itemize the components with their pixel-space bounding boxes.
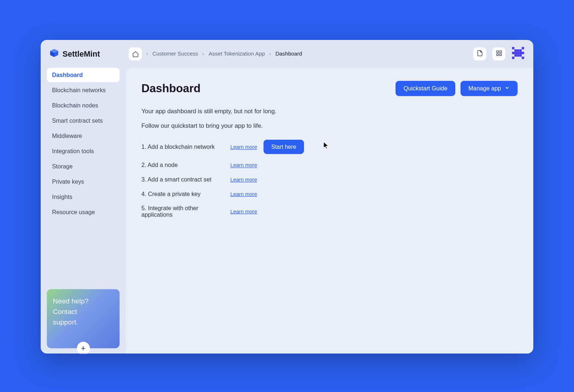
breadcrumb-separator: › <box>269 51 271 57</box>
step-label: 3. Add a smart contract set <box>141 176 230 183</box>
sidebar-item-label: Dashboard <box>52 72 83 78</box>
chevron-down-icon <box>505 85 510 92</box>
sidebar-item-dashboard[interactable]: Dashboard <box>47 68 120 82</box>
svg-rect-18 <box>519 54 522 57</box>
user-avatar[interactable] <box>512 47 525 60</box>
sidebar-item-private-keys[interactable]: Private keys <box>47 175 120 189</box>
sidebar-item-label: Insights <box>52 194 72 200</box>
topbar: SettleMint › Customer Success › Asset To… <box>41 40 533 68</box>
app-window: SettleMint › Customer Success › Asset To… <box>41 40 533 354</box>
breadcrumb-separator: › <box>202 51 204 57</box>
help-card-plus-button[interactable]: + <box>77 342 90 354</box>
sidebar-item-label: Smart contract sets <box>52 118 103 124</box>
svg-rect-16 <box>522 52 524 54</box>
button-label: Manage app <box>468 85 501 92</box>
breadcrumb-home-button[interactable] <box>129 47 142 60</box>
sidebar-item-label: Blockchain nodes <box>52 102 98 109</box>
help-card-text: Need help? Contact support. <box>53 296 114 327</box>
sidebar-item-storage[interactable]: Storage <box>47 159 120 174</box>
nav-list: Dashboard Blockchain networks Blockchain… <box>47 68 120 220</box>
svg-rect-5 <box>496 54 498 56</box>
cursor-icon <box>323 142 330 150</box>
step-row: 5. Integrate with other applications Lea… <box>141 205 518 218</box>
svg-rect-11 <box>517 49 520 52</box>
manage-app-button[interactable]: Manage app <box>461 81 518 96</box>
main-panel: Dashboard Quickstart Guide Manage app <box>126 68 533 354</box>
sidebar-item-insights[interactable]: Insights <box>47 190 120 204</box>
sidebar-item-label: Blockchain networks <box>52 87 106 94</box>
plus-icon: + <box>81 344 86 353</box>
quickstart-steps: 1. Add a blockchain network Learn more S… <box>141 140 518 218</box>
brand-logo-icon <box>49 48 59 60</box>
brand: SettleMint <box>49 48 123 60</box>
help-card[interactable]: Need help? Contact support. + <box>47 289 120 348</box>
button-label: Start here <box>271 144 296 150</box>
svg-rect-21 <box>522 57 524 59</box>
step-label: 2. Add a node <box>141 162 230 168</box>
learn-more-link[interactable]: Learn more <box>230 176 263 183</box>
step-row: 1. Add a blockchain network Learn more S… <box>141 140 518 154</box>
svg-rect-19 <box>517 54 520 57</box>
step-label: 1. Add a blockchain network <box>141 144 230 150</box>
learn-more-link[interactable]: Learn more <box>230 144 263 150</box>
start-here-button[interactable]: Start here <box>263 140 304 154</box>
breadcrumb: › Customer Success › Asset Tokenization … <box>129 47 302 60</box>
empty-state-line2: Follow our quickstart to bring your app … <box>141 122 518 129</box>
svg-rect-3 <box>496 50 498 52</box>
sidebar-item-label: Resource usage <box>52 209 95 216</box>
svg-rect-17 <box>514 54 517 57</box>
breadcrumb-item-app[interactable]: Asset Tokenization App <box>209 51 265 57</box>
app-body: Dashboard Blockchain networks Blockchain… <box>41 68 533 354</box>
document-icon <box>476 50 483 58</box>
svg-rect-10 <box>519 49 522 52</box>
grid-icon <box>496 50 502 58</box>
sidebar-item-blockchain-nodes[interactable]: Blockchain nodes <box>47 98 120 113</box>
svg-rect-20 <box>512 57 514 59</box>
step-row: 2. Add a node Learn more <box>141 162 518 168</box>
sidebar-item-label: Integration tools <box>52 148 94 155</box>
step-label: 5. Integrate with other applications <box>141 205 230 218</box>
button-label: Quickstart Guide <box>404 85 448 92</box>
learn-more-link[interactable]: Learn more <box>230 162 263 168</box>
learn-more-link[interactable]: Learn more <box>230 208 263 215</box>
apps-button[interactable] <box>492 47 505 60</box>
sidebar-item-label: Storage <box>52 163 73 170</box>
docs-button[interactable] <box>473 47 486 60</box>
quickstart-guide-button[interactable]: Quickstart Guide <box>396 81 455 96</box>
sidebar-item-label: Private keys <box>52 179 84 185</box>
learn-more-link[interactable]: Learn more <box>230 191 263 197</box>
sidebar-item-integration-tools[interactable]: Integration tools <box>47 144 120 159</box>
step-row: 4. Create a private key Learn more <box>141 191 518 197</box>
step-label: 4. Create a private key <box>141 191 230 197</box>
header-actions: Quickstart Guide Manage app <box>396 81 518 96</box>
empty-state-line1: Your app dashboard is still empty, but n… <box>141 107 518 114</box>
sidebar-item-blockchain-networks[interactable]: Blockchain networks <box>47 83 120 98</box>
svg-rect-12 <box>512 52 514 54</box>
svg-rect-15 <box>519 52 522 54</box>
page-title: Dashboard <box>141 82 396 95</box>
svg-rect-8 <box>522 47 524 49</box>
svg-rect-7 <box>512 47 514 49</box>
step-row: 3. Add a smart contract set Learn more <box>141 176 518 183</box>
svg-rect-4 <box>500 50 501 52</box>
svg-rect-6 <box>500 54 501 56</box>
svg-rect-9 <box>514 49 517 52</box>
sidebar-item-smart-contract-sets[interactable]: Smart contract sets <box>47 114 120 128</box>
sidebar-item-resource-usage[interactable]: Resource usage <box>47 205 120 220</box>
page-header: Dashboard Quickstart Guide Manage app <box>141 81 518 96</box>
brand-name: SettleMint <box>62 49 100 58</box>
identicon-icon <box>512 47 524 61</box>
breadcrumb-item-current: Dashboard <box>275 51 302 57</box>
sidebar-item-label: Middleware <box>52 133 82 139</box>
sidebar-item-middleware[interactable]: Middleware <box>47 129 120 143</box>
svg-rect-13 <box>514 52 517 54</box>
breadcrumb-separator: › <box>146 51 148 57</box>
breadcrumb-item-org[interactable]: Customer Success <box>152 51 198 57</box>
svg-rect-14 <box>517 52 520 54</box>
sidebar: Dashboard Blockchain networks Blockchain… <box>41 68 126 354</box>
